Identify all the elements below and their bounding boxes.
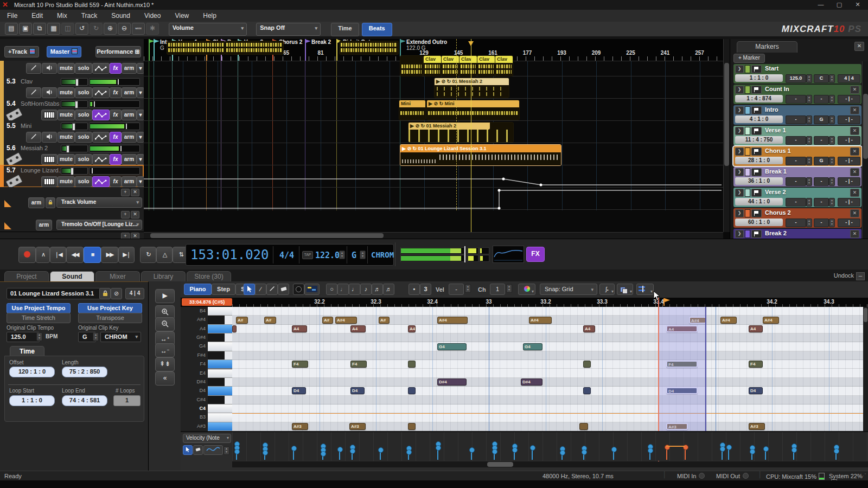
tap-tempo-button[interactable]: TAP xyxy=(302,251,313,259)
marker-meter-field[interactable]: - | - xyxy=(838,157,860,165)
minimize-button[interactable]: — xyxy=(812,0,830,9)
timeline-hscrollbar[interactable] xyxy=(144,232,723,239)
master-track-button[interactable]: Master xyxy=(47,46,81,57)
automation-button[interactable] xyxy=(92,132,110,143)
solo-button[interactable]: solo xyxy=(75,132,92,143)
undock-label[interactable]: Undock xyxy=(834,272,854,279)
h-zoom-out-button[interactable]: ↔− xyxy=(155,343,175,357)
marker-tempo-field[interactable]: - xyxy=(786,198,806,207)
marker-row-start[interactable]: ❯Start1 : 1 : 0125.0▲▼C▲▼4 | 4 xyxy=(733,64,861,84)
fx-button[interactable]: fx xyxy=(110,63,122,74)
midi-note[interactable]: A#4 xyxy=(720,317,737,324)
clav-clip[interactable]: Clav xyxy=(495,55,513,76)
marker-meter-field[interactable]: - | - xyxy=(838,95,860,104)
solo-button[interactable]: solo xyxy=(75,154,92,165)
selection-region[interactable] xyxy=(658,307,706,431)
marker-expand-button[interactable]: ❯ xyxy=(735,106,744,114)
marker-meter-field[interactable]: - | - xyxy=(838,177,860,186)
marker-key-field[interactable]: - xyxy=(814,177,829,186)
automation-curves[interactable] xyxy=(144,165,723,217)
velocity-lollipop[interactable] xyxy=(380,450,381,460)
note-color-button[interactable] xyxy=(293,284,304,295)
velocity-lollipop[interactable] xyxy=(728,447,729,460)
marker-key-field[interactable]: - xyxy=(814,219,829,227)
performance-button[interactable]: Performance ⊞ xyxy=(95,46,141,57)
track-expand-chevron[interactable]: ▾ xyxy=(137,63,144,74)
midi-note[interactable]: A# xyxy=(379,317,390,324)
add-track-button[interactable]: +Track xyxy=(4,46,39,57)
piano-key-g4[interactable] xyxy=(208,342,232,351)
vel-curve-tool[interactable] xyxy=(203,445,223,455)
track-row-5.6[interactable]: 5.6Messiah 2mutesolofxarm▾ xyxy=(0,143,144,165)
piano-key-b4[interactable] xyxy=(208,307,232,316)
lane-arm-button[interactable]: arm xyxy=(28,197,44,208)
mini-clip[interactable]: ▶ ⊘ ↻ Mini xyxy=(426,100,520,120)
marker-flag-icon[interactable] xyxy=(751,230,762,238)
track-row-5.4[interactable]: 5.4SoftHornStabsmutesolofxarm▾ xyxy=(0,98,144,121)
scale-dropdown[interactable]: CHROM▾ xyxy=(100,332,141,342)
marker-flag-icon[interactable] xyxy=(751,86,762,94)
velocity-lollipop[interactable] xyxy=(793,446,794,460)
piano-key-f4[interactable] xyxy=(208,360,232,369)
mute-button[interactable]: mute xyxy=(58,176,75,187)
midi-note[interactable]: D4 xyxy=(292,387,306,394)
remove-lane-button[interactable]: ✕ xyxy=(131,189,139,196)
mode-tab-step[interactable]: Step xyxy=(212,284,235,295)
marker-flag-icon[interactable] xyxy=(751,127,762,135)
arm-button[interactable]: arm xyxy=(122,63,137,74)
eighth-note-button[interactable]: ♪ xyxy=(360,284,372,295)
solo-button[interactable]: solo xyxy=(75,63,92,74)
time-stretch-button[interactable]: Time Stretch xyxy=(7,313,71,323)
midi-note[interactable]: G4 xyxy=(523,343,542,350)
marker-flag-icon[interactable] xyxy=(751,168,762,176)
mute-button[interactable]: mute xyxy=(58,154,75,165)
track-volume-slider[interactable] xyxy=(61,167,88,175)
undock-minimize-icon[interactable]: ─ xyxy=(856,272,865,280)
speaker-button[interactable] xyxy=(42,87,57,98)
piano-key-cs4[interactable] xyxy=(208,396,232,404)
marker-delete-button[interactable]: ✕ xyxy=(850,147,859,156)
arm-button[interactable]: arm xyxy=(122,176,137,187)
midi-note[interactable]: A4 xyxy=(350,325,366,332)
speaker-button[interactable] xyxy=(42,63,57,74)
clef-settings-icon[interactable]: ʃ•▾ xyxy=(599,284,615,295)
marker-flag-icon[interactable] xyxy=(751,147,762,156)
marker-meter-field[interactable]: - | - xyxy=(838,136,860,145)
piano-key-d4[interactable] xyxy=(208,387,232,395)
marker-position-field[interactable]: 28 : 1 : 0 xyxy=(735,157,783,164)
line-tool-button[interactable]: ∕ xyxy=(255,284,266,295)
marker-expand-button[interactable]: ❯ xyxy=(735,86,744,94)
offset-field[interactable]: 120 : 1 : 0 xyxy=(9,367,55,377)
marker-expand-button[interactable]: ❯ xyxy=(735,147,744,156)
menu-track[interactable]: Track xyxy=(74,10,105,22)
track-expand-chevron[interactable]: ▾ xyxy=(137,110,144,120)
midi-note[interactable] xyxy=(579,423,588,430)
marker-meter-field[interactable]: - | - xyxy=(838,115,860,124)
lane-param-dropdown[interactable]: Tremolo On/Off [Lounge Liz...▾ xyxy=(56,220,142,230)
midi-note[interactable] xyxy=(408,423,416,430)
time-signature[interactable]: 4/4 xyxy=(279,251,294,260)
collapse-panel-button[interactable]: « xyxy=(155,371,175,386)
half-note-button[interactable]: ♩ xyxy=(337,284,349,295)
piano-key-b3[interactable] xyxy=(208,413,232,422)
midi-note[interactable]: F4 xyxy=(292,361,308,368)
pencil-button[interactable] xyxy=(26,132,41,143)
vel-eraser-tool[interactable] xyxy=(193,445,203,455)
messiah-clip-2[interactable]: ▶ ⊘ ↻ 01 Messiah 2 xyxy=(408,122,514,143)
marker-tempo-field[interactable]: - xyxy=(786,177,806,186)
marker-expand-button[interactable]: ❯ xyxy=(735,65,744,73)
tempo-display[interactable]: 122.0 xyxy=(315,251,340,260)
menu-sound[interactable]: Sound xyxy=(104,10,137,22)
marker-tempo-field[interactable]: - xyxy=(786,95,806,104)
piano-keys[interactable]: B4A#4A4G#4G4F#4F4E4D#4D4C#4C4B3A#3 xyxy=(181,307,232,431)
midi-note[interactable]: A# xyxy=(236,317,248,324)
menu-view[interactable]: View xyxy=(168,10,196,22)
maximize-button[interactable]: ▢ xyxy=(830,0,848,9)
marker-color-swatch[interactable] xyxy=(745,168,750,176)
marker-tempo-field[interactable]: - xyxy=(786,136,806,145)
velocity-lollipop-selected[interactable] xyxy=(666,447,667,460)
clav-clip[interactable]: Clav xyxy=(459,55,477,76)
midi-note[interactable]: A# xyxy=(322,317,333,324)
marker-expand-button[interactable]: ❯ xyxy=(735,127,744,135)
timeline-area[interactable]: 1733496581971131291451611771932092252412… xyxy=(144,39,730,239)
